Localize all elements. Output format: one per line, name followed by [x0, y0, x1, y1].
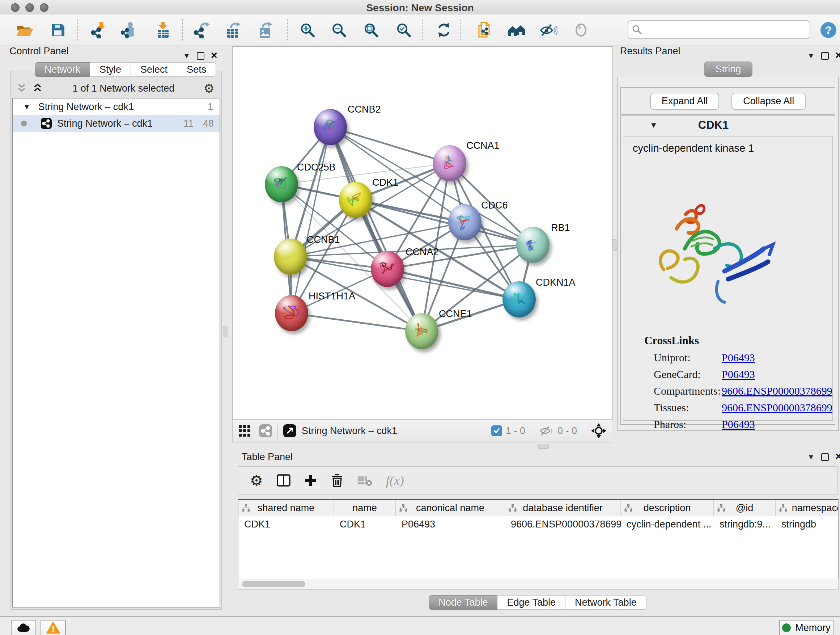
panel-close-icon[interactable]: × — [835, 451, 840, 462]
results-tab-string[interactable]: String — [704, 62, 752, 77]
left-splitter-handle[interactable] — [223, 326, 228, 337]
table-gear-icon[interactable]: ⚙ — [250, 472, 263, 489]
crosslink-value-link[interactable]: 9606.ENSP00000378699 — [722, 385, 832, 397]
network-canvas[interactable]: CCNB2CCNA1CDC25BCDK1CDC6RB1CCNB1CCNA2CDK… — [232, 46, 613, 420]
crosslink-value-link[interactable]: P06493 — [722, 352, 755, 364]
export-image-button[interactable] — [255, 20, 275, 40]
selected-nodes-checkbox[interactable] — [491, 425, 502, 436]
tab-network-table[interactable]: Network Table — [565, 595, 646, 610]
open-session-button[interactable] — [15, 20, 35, 40]
tab-node-table[interactable]: Node Table — [429, 595, 497, 610]
crosslink-value-link[interactable]: P06493 — [722, 368, 755, 380]
zoom-out-button[interactable] — [329, 20, 349, 40]
column-header--id[interactable]: @id — [714, 500, 775, 516]
hidden-eye-icon[interactable] — [539, 424, 554, 437]
network-node-ccna2[interactable] — [371, 251, 404, 287]
tab-edge-table[interactable]: Edge Table — [497, 595, 565, 610]
network-tree-root-row[interactable]: ▼ String Network – cdk1 1 — [13, 98, 219, 115]
panel-close-icon[interactable]: × — [835, 50, 840, 61]
export-table-button[interactable] — [223, 20, 243, 40]
import-network-file-button[interactable] — [89, 20, 109, 40]
panel-float-icon[interactable] — [197, 52, 204, 60]
table-cell[interactable]: 9606.ENSP00000378699 — [505, 519, 621, 530]
collapse-all-chevrons-icon[interactable] — [17, 84, 27, 93]
warnings-button[interactable] — [41, 620, 66, 635]
table-cell[interactable]: cyclin-dependent ... — [621, 519, 714, 530]
column-header-description[interactable]: description — [621, 500, 714, 516]
network-node-ccne1[interactable] — [405, 313, 439, 349]
network-node-cdc25b[interactable] — [265, 166, 298, 203]
scrollbar-thumb[interactable] — [242, 581, 305, 587]
panel-float-icon[interactable] — [821, 52, 829, 60]
network-node-ccnb2[interactable] — [314, 109, 347, 145]
grid-view-icon[interactable] — [238, 424, 251, 437]
save-session-button[interactable] — [48, 20, 68, 40]
network-tree-row[interactable]: String Network – cdk1 11 48 — [13, 115, 219, 132]
table-horizontal-scrollbar[interactable] — [238, 579, 838, 590]
tab-select[interactable]: Select — [131, 62, 177, 77]
network-node-cdk1[interactable] — [339, 182, 372, 218]
network-node-cdkn1a[interactable] — [502, 281, 536, 318]
import-table-file-button[interactable] — [153, 20, 173, 40]
birds-eye-view-icon[interactable] — [283, 424, 297, 438]
delete-table-icon-disabled — [357, 474, 372, 486]
column-header-namespace[interactable]: namespace — [775, 500, 838, 516]
network-node-hist1h1a[interactable] — [275, 295, 308, 331]
network-node-ccna1[interactable] — [433, 145, 466, 181]
fit-selected-crosshair-icon[interactable] — [591, 423, 607, 439]
panel-close-icon[interactable]: × — [211, 50, 218, 61]
horizontal-splitter-handle[interactable] — [538, 444, 549, 449]
collapse-entry-icon[interactable]: ▼ — [650, 120, 658, 130]
panel-float-icon[interactable] — [821, 453, 829, 461]
node-table[interactable]: shared namenamecanonical namedatabase id… — [238, 499, 838, 581]
gene-entry-header[interactable]: ▼ CDK1 — [621, 116, 835, 135]
import-network-database-button[interactable] — [119, 20, 140, 40]
gear-icon[interactable]: ⚙ — [204, 81, 215, 96]
column-header-name[interactable]: name — [334, 500, 396, 516]
panel-menu-icon[interactable]: ▼ — [807, 453, 815, 461]
crosslink-value-link[interactable]: 9606.ENSP00000378699 — [722, 402, 832, 414]
network-node-rb1[interactable] — [516, 226, 549, 263]
tab-network[interactable]: Network — [35, 62, 90, 77]
search-field[interactable] — [628, 20, 810, 39]
network-node-cdc6[interactable] — [448, 204, 482, 241]
refresh-view-button[interactable] — [434, 20, 454, 40]
crosslink-value-link[interactable]: P06493 — [722, 418, 755, 431]
network-overview-button[interactable] — [507, 20, 527, 40]
automation-cloud-button[interactable] — [11, 620, 36, 635]
zoom-in-button[interactable] — [297, 20, 317, 40]
delete-column-icon[interactable] — [331, 473, 343, 487]
table-cell[interactable]: stringdb — [775, 519, 838, 530]
zoom-fit-button[interactable] — [361, 20, 381, 40]
memory-label: Memory — [795, 622, 831, 633]
show-columns-icon[interactable] — [277, 474, 291, 486]
tree-expand-icon[interactable]: ▼ — [23, 103, 30, 111]
search-input[interactable] — [645, 24, 806, 36]
panel-menu-icon[interactable]: ▼ — [183, 52, 190, 59]
add-column-icon[interactable] — [304, 474, 317, 487]
help-button[interactable]: ? — [818, 20, 838, 40]
zoom-selected-button[interactable] — [393, 20, 414, 40]
network-view-mode-icon[interactable] — [259, 424, 272, 438]
memory-button[interactable]: Memory — [779, 620, 834, 635]
tab-sets[interactable]: Sets — [177, 62, 216, 77]
network-node-ccnb1[interactable] — [274, 239, 307, 275]
export-network-button[interactable] — [192, 20, 212, 40]
show-hidden-button[interactable] — [571, 20, 591, 40]
column-header-canonical-name[interactable]: canonical name — [396, 500, 505, 516]
table-cell[interactable]: P06493 — [396, 519, 505, 530]
clone-network-button[interactable] — [474, 20, 494, 40]
table-cell[interactable]: CDK1 — [334, 519, 396, 530]
table-row[interactable]: CDK1CDK1P064939606.ENSP00000378699cyclin… — [238, 516, 838, 532]
expand-all-button[interactable]: Expand All — [650, 93, 720, 110]
column-header-database-identifier[interactable]: database identifier — [505, 500, 621, 516]
table-cell[interactable]: stringdb:9... — [714, 519, 775, 530]
collapse-all-button[interactable]: Collapse All — [731, 93, 806, 110]
table-cell[interactable]: CDK1 — [238, 519, 334, 530]
expand-all-chevrons-icon[interactable] — [33, 84, 43, 93]
tab-style[interactable]: Style — [90, 62, 131, 77]
panel-menu-icon[interactable]: ▼ — [807, 52, 815, 59]
table-panel: Table Panel ▼ × ⚙ — [235, 449, 840, 618]
hide-panel-button[interactable] — [538, 20, 559, 40]
column-header-shared-name[interactable]: shared name — [238, 500, 334, 516]
